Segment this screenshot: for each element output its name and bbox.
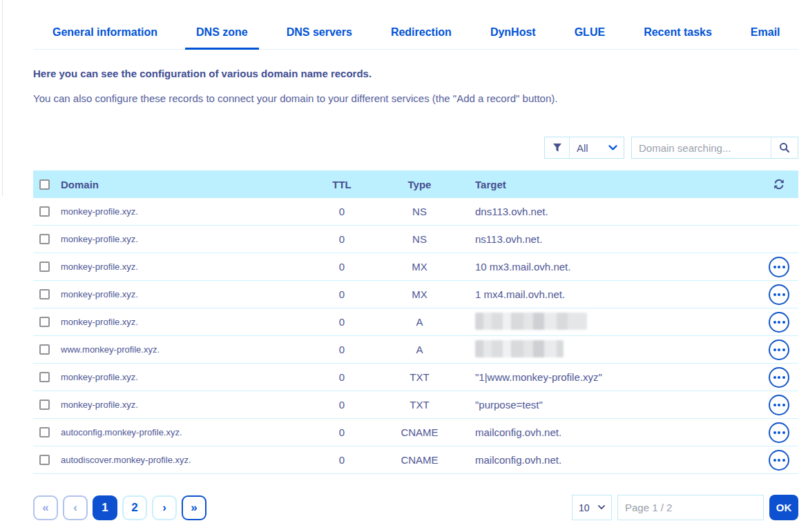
- row-actions-button[interactable]: [769, 395, 789, 415]
- row-type: MX: [380, 288, 459, 300]
- tab-glue[interactable]: GLUE: [555, 21, 624, 49]
- row-ttl: 0: [304, 371, 380, 383]
- row-target: 1 mx4.mail.ovh.net.: [459, 288, 760, 300]
- row-checkbox[interactable]: [39, 206, 50, 217]
- redacted-target: [475, 340, 564, 357]
- row-checkbox[interactable]: [39, 234, 50, 244]
- page-size-value: 10: [579, 502, 590, 513]
- row-type: A: [380, 316, 459, 328]
- row-ttl: 0: [304, 426, 380, 438]
- ok-button[interactable]: OK: [769, 495, 798, 520]
- select-all-checkbox[interactable]: [39, 179, 50, 190]
- row-actions-button[interactable]: [769, 284, 789, 305]
- pagination: «‹12›»: [33, 495, 206, 520]
- row-target: [459, 313, 760, 332]
- row-checkbox[interactable]: [39, 427, 50, 437]
- toolbar: All: [33, 137, 798, 159]
- row-domain: www.monkey-profile.xyz.: [61, 344, 304, 355]
- row-ttl: 0: [304, 233, 380, 245]
- row-target: ns113.ovh.net.: [459, 233, 760, 245]
- row-type: CNAME: [380, 426, 459, 438]
- row-domain: monkey-profile.xyz.: [61, 262, 304, 272]
- domain-search: [631, 137, 798, 159]
- row-domain: monkey-profile.xyz.: [61, 206, 304, 217]
- row-type: MX: [380, 261, 459, 273]
- row-actions-cell: [760, 284, 798, 305]
- row-actions-cell: [760, 339, 798, 360]
- row-actions-button[interactable]: [769, 312, 789, 333]
- tab-recent-tasks[interactable]: Recent tasks: [624, 21, 731, 49]
- page-2-button[interactable]: 2: [122, 495, 147, 520]
- row-actions-cell: [760, 312, 798, 333]
- refresh-button[interactable]: [773, 179, 785, 190]
- chevron-down-icon: [608, 145, 624, 151]
- record-type-filter-select[interactable]: All: [544, 137, 624, 159]
- row-checkbox[interactable]: [39, 317, 50, 327]
- table-row: monkey-profile.xyz.0NSdns113.ovh.net.: [33, 198, 798, 226]
- row-target: 10 mx3.mail.ovh.net.: [459, 261, 760, 273]
- previous-page-button[interactable]: ‹: [63, 495, 88, 520]
- row-checkbox[interactable]: [39, 455, 50, 465]
- table-row: autodiscover.monkey-profile.xyz.0CNAMEma…: [33, 446, 798, 474]
- table-row: monkey-profile.xyz.0NSns113.ovh.net.: [33, 226, 798, 253]
- row-type: TXT: [380, 399, 459, 411]
- magnifier-icon: [779, 142, 790, 153]
- row-domain: monkey-profile.xyz.: [61, 289, 304, 299]
- last-page-button[interactable]: »: [182, 495, 206, 520]
- row-checkbox[interactable]: [39, 372, 50, 382]
- row-domain: monkey-profile.xyz.: [61, 317, 304, 327]
- row-ttl: 0: [304, 344, 380, 355]
- row-target: "purpose=test": [459, 399, 760, 411]
- chevron-down-icon: [598, 505, 605, 510]
- row-domain: autodiscover.monkey-profile.xyz.: [61, 455, 304, 465]
- intro-heading: Here you can see the configuration of va…: [33, 68, 798, 79]
- row-actions-button[interactable]: [769, 257, 789, 277]
- row-domain: monkey-profile.xyz.: [61, 400, 304, 410]
- row-actions-cell: [760, 367, 798, 388]
- row-actions-button[interactable]: [769, 367, 789, 388]
- tab-dynhost[interactable]: DynHost: [471, 21, 555, 49]
- redacted-target: [475, 313, 587, 330]
- tab-bar: General informationDNS zoneDNS serversRe…: [33, 0, 798, 50]
- row-type: NS: [380, 206, 459, 217]
- page-size-select[interactable]: 10: [572, 495, 612, 520]
- search-input[interactable]: [632, 137, 771, 158]
- table-row: autoconfig.monkey-profile.xyz.0CNAMEmail…: [33, 419, 798, 446]
- row-checkbox[interactable]: [39, 344, 50, 355]
- row-target: [459, 340, 760, 359]
- row-actions-button[interactable]: [769, 422, 789, 443]
- row-target: "1|www.monkey-profile.xyz": [459, 371, 760, 383]
- tab-email[interactable]: Email: [731, 21, 800, 49]
- table-row: www.monkey-profile.xyz.0A: [33, 336, 798, 364]
- next-page-button[interactable]: ›: [152, 495, 177, 520]
- row-ttl: 0: [304, 261, 380, 273]
- row-actions-cell: [760, 395, 798, 415]
- first-page-button[interactable]: «: [33, 495, 58, 520]
- row-actions-cell: [760, 422, 798, 443]
- row-actions-button[interactable]: [769, 450, 789, 471]
- row-actions-cell: [760, 450, 798, 471]
- page-1-button[interactable]: 1: [93, 495, 117, 520]
- row-target: mailconfig.ovh.net.: [459, 426, 760, 438]
- tab-general-information[interactable]: General information: [33, 21, 177, 49]
- row-checkbox[interactable]: [39, 400, 50, 410]
- row-checkbox[interactable]: [39, 289, 50, 299]
- tab-dns-servers[interactable]: DNS servers: [267, 21, 372, 49]
- row-domain: monkey-profile.xyz.: [61, 234, 304, 244]
- row-target: dns113.ovh.net.: [459, 206, 760, 217]
- table-body: monkey-profile.xyz.0NSdns113.ovh.net.mon…: [33, 198, 798, 474]
- circular-arrows-icon: [773, 179, 785, 190]
- row-checkbox[interactable]: [39, 262, 50, 272]
- table-row: monkey-profile.xyz.0TXT"1|www.monkey-pro…: [33, 364, 798, 391]
- column-header-ttl: TTL: [304, 179, 380, 190]
- table-row: monkey-profile.xyz.0A: [33, 308, 798, 336]
- row-actions-button[interactable]: [769, 339, 789, 360]
- tab-dns-zone[interactable]: DNS zone: [177, 21, 267, 49]
- row-type: CNAME: [380, 454, 459, 466]
- row-domain: autoconfig.monkey-profile.xyz.: [61, 427, 304, 437]
- dns-zone-page: General informationDNS zoneDNS serversRe…: [0, 0, 808, 520]
- page-number-input[interactable]: [617, 495, 764, 520]
- table-footer: «‹12›» 10 OK: [33, 495, 798, 520]
- tab-redirection[interactable]: Redirection: [372, 21, 471, 49]
- search-button[interactable]: [771, 137, 798, 158]
